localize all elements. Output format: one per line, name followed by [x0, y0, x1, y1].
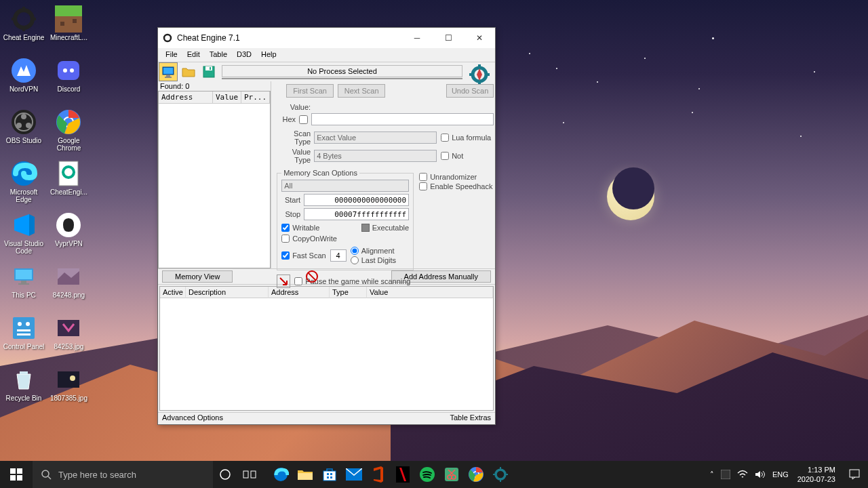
- no-entry-icon[interactable]: [306, 270, 318, 283]
- scan-type-select[interactable]: Exact Value: [314, 131, 437, 144]
- table-extras-link[interactable]: Table Extras: [450, 413, 491, 424]
- svg-rect-51: [486, 73, 490, 76]
- col-type[interactable]: Type: [330, 287, 367, 298]
- taskbar-edge[interactable]: [269, 461, 293, 488]
- undo-scan-button[interactable]: Undo Scan: [446, 84, 494, 98]
- taskbar-netflix[interactable]: [391, 461, 415, 488]
- svg-rect-56: [17, 475, 22, 481]
- speedhack-checkbox[interactable]: [419, 182, 427, 190]
- not-checkbox[interactable]: [441, 152, 449, 160]
- svg-rect-10: [58, 61, 79, 80]
- svg-rect-7: [60, 22, 64, 26]
- taskbar-spotify[interactable]: [415, 461, 439, 488]
- advanced-options-link[interactable]: Advanced Options: [162, 413, 223, 424]
- stop-input[interactable]: [304, 208, 409, 220]
- save-button[interactable]: [199, 62, 218, 81]
- task-view-button[interactable]: [237, 461, 262, 488]
- col-active[interactable]: Active: [160, 287, 186, 298]
- scan-panel: First Scan Next Scan Undo Scan Value: He…: [271, 81, 531, 268]
- search-icon: [41, 469, 52, 480]
- start-button[interactable]: [0, 461, 33, 488]
- tray-lang[interactable]: ENG: [769, 470, 792, 479]
- tray-volume-icon[interactable]: [751, 470, 769, 479]
- titlebar[interactable]: Cheat Engine 7.1 ─ ☐ ✕: [158, 28, 495, 48]
- svg-rect-81: [500, 467, 501, 470]
- col-prev[interactable]: Pr...: [241, 92, 270, 104]
- desktop-icon-image-3[interactable]: 1807385.jpg: [47, 363, 90, 412]
- tray-app-icon[interactable]: [717, 470, 734, 479]
- desktop-icon-recycle-bin[interactable]: Recycle Bin: [3, 363, 45, 412]
- taskbar-office[interactable]: [366, 461, 391, 488]
- svg-rect-65: [327, 473, 329, 475]
- tray-chevron[interactable]: ˄: [707, 470, 717, 479]
- maximize-button[interactable]: ☐: [433, 28, 464, 48]
- value-input[interactable]: [311, 113, 494, 125]
- found-label: Found: 0: [158, 81, 271, 91]
- arrow-icon[interactable]: [277, 274, 290, 288]
- open-button[interactable]: [179, 62, 198, 81]
- notifications-button[interactable]: [841, 461, 868, 488]
- pause-checkbox[interactable]: [294, 277, 302, 285]
- select-process-button[interactable]: [159, 62, 178, 81]
- col-val[interactable]: Value: [367, 287, 493, 298]
- desktop-icon-vscode[interactable]: Visual Studio Code: [3, 209, 45, 258]
- desktop-icon-edge[interactable]: Microsoft Edge: [3, 157, 45, 206]
- desktop-icon-chrome[interactable]: Google Chrome: [47, 106, 90, 155]
- desktop-icon-image-1[interactable]: 84248.png: [47, 260, 90, 309]
- svg-rect-35: [58, 320, 79, 336]
- desktop-icon-cheatengine-file[interactable]: CheatEngi...: [47, 157, 90, 206]
- minimize-button[interactable]: ─: [401, 28, 433, 48]
- writable-checkbox[interactable]: [281, 224, 290, 232]
- cheat-table[interactable]: Active Description Address Type Value: [159, 286, 494, 411]
- lastdigits-radio[interactable]: [351, 256, 359, 264]
- next-scan-button[interactable]: Next Scan: [338, 84, 385, 98]
- executable-checkbox[interactable]: [361, 224, 370, 232]
- tray-wifi-icon[interactable]: [734, 470, 751, 479]
- col-desc[interactable]: Description: [186, 287, 269, 298]
- taskbar-store[interactable]: [317, 461, 342, 488]
- menu-help[interactable]: Help: [256, 48, 281, 62]
- desktop-icon-image-2[interactable]: 84253.jpg: [47, 312, 90, 361]
- menu-file[interactable]: File: [161, 48, 182, 62]
- desktop-icon-this-pc[interactable]: This PC: [3, 260, 45, 309]
- close-button[interactable]: ✕: [464, 28, 495, 48]
- hex-checkbox[interactable]: [299, 115, 308, 124]
- unrandomizer-checkbox[interactable]: [419, 173, 427, 181]
- desktop-icon-discord[interactable]: Discord: [47, 54, 90, 103]
- region-select[interactable]: All: [281, 180, 409, 192]
- col-address[interactable]: Address: [159, 92, 213, 104]
- address-list[interactable]: Address Value Pr...: [158, 91, 271, 268]
- svg-rect-63: [298, 473, 313, 480]
- desktop-icon-obs[interactable]: OBS Studio: [3, 106, 45, 155]
- value-type-select[interactable]: 4 Bytes: [314, 150, 437, 162]
- col-value[interactable]: Value: [213, 92, 241, 104]
- taskbar-mail[interactable]: [342, 461, 366, 488]
- menu-table[interactable]: Table: [205, 48, 232, 62]
- alignment-radio[interactable]: [351, 247, 359, 255]
- menu-d3d[interactable]: D3D: [232, 48, 256, 62]
- taskbar-chrome[interactable]: [464, 461, 488, 488]
- desktop-icon-cheat-engine[interactable]: Cheat Engine: [3, 3, 45, 52]
- desktop-icon-minecraft[interactable]: MinecraftL...: [47, 3, 90, 52]
- start-input[interactable]: [304, 194, 409, 206]
- svg-point-12: [70, 68, 74, 73]
- fastscan-value[interactable]: [330, 249, 347, 262]
- svg-rect-36: [20, 371, 28, 374]
- desktop-icon-control-panel[interactable]: Control Panel: [3, 312, 45, 361]
- cow-checkbox[interactable]: [281, 235, 290, 243]
- svg-rect-33: [17, 329, 31, 331]
- menu-edit[interactable]: Edit: [182, 48, 205, 62]
- desktop-icon-vyprvpn[interactable]: VyprVPN: [47, 209, 90, 258]
- cortana-button[interactable]: [213, 461, 237, 488]
- first-scan-button[interactable]: First Scan: [286, 84, 334, 98]
- taskbar-search[interactable]: Type here to search: [33, 461, 213, 488]
- memory-view-button[interactable]: Memory View: [162, 270, 233, 283]
- col-addr[interactable]: Address: [269, 287, 330, 298]
- lua-checkbox[interactable]: [441, 134, 449, 142]
- taskbar-explorer[interactable]: [293, 461, 317, 488]
- taskbar-cheatengine[interactable]: [488, 461, 513, 488]
- desktop-icon-nordvpn[interactable]: NordVPN: [3, 54, 45, 103]
- taskbar-snip[interactable]: [439, 461, 464, 488]
- fastscan-checkbox[interactable]: [281, 251, 290, 260]
- taskbar-clock[interactable]: 1:13 PM 2020-07-23: [792, 465, 841, 485]
